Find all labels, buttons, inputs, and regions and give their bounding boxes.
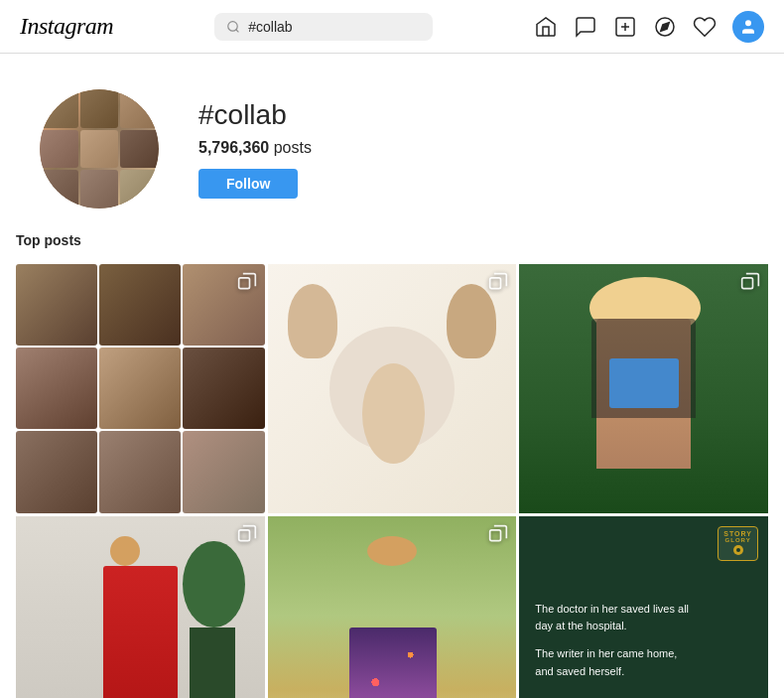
search-icon (226, 19, 240, 35)
multi-image-icon (237, 524, 257, 548)
posts-count: 5,796,360 posts (198, 139, 312, 157)
profile-handle: #collab (198, 99, 312, 131)
svg-rect-11 (238, 530, 249, 541)
search-input[interactable] (248, 19, 421, 35)
svg-rect-12 (490, 530, 501, 541)
post-item[interactable] (268, 264, 517, 513)
instagram-logo: Instagram (20, 13, 113, 40)
glory-label: GLORY (723, 537, 752, 543)
heart-icon[interactable] (693, 15, 717, 39)
svg-line-1 (236, 29, 239, 32)
posts-label: posts (274, 139, 312, 156)
messenger-icon[interactable] (574, 15, 597, 39)
post-item[interactable]: STORY GLORY The doctor in her saved live… (519, 516, 768, 698)
new-post-icon[interactable] (613, 15, 637, 39)
home-icon[interactable] (534, 15, 558, 39)
multi-image-icon (740, 272, 760, 296)
svg-rect-8 (238, 278, 249, 289)
hashtag-avatar (40, 89, 159, 209)
quote-part2: The writer in her came home, and saved h… (535, 645, 698, 680)
multi-image-icon (237, 272, 257, 296)
svg-point-0 (228, 21, 237, 30)
search-bar[interactable] (214, 13, 433, 41)
user-avatar-icon[interactable] (732, 11, 764, 43)
svg-rect-10 (742, 278, 753, 289)
quote-part1: The doctor in her saved lives all day at… (535, 601, 698, 635)
post-item[interactable] (268, 516, 517, 698)
svg-marker-6 (661, 22, 669, 30)
post-item[interactable] (519, 264, 768, 513)
post-item[interactable] (16, 264, 265, 513)
navigation: Instagram (0, 0, 784, 54)
explore-icon[interactable] (653, 15, 677, 39)
profile-info: #collab 5,796,360 posts Follow (198, 99, 312, 199)
posts-grid: STORY GLORY The doctor in her saved live… (0, 264, 784, 698)
multi-image-icon (488, 524, 508, 548)
profile-section: #collab 5,796,360 posts Follow (0, 54, 784, 232)
multi-image-icon (488, 272, 508, 296)
follow-button[interactable]: Follow (198, 169, 298, 199)
svg-point-7 (745, 20, 751, 26)
svg-rect-9 (490, 278, 501, 289)
story-label: STORY (723, 530, 752, 537)
post-item[interactable] (16, 516, 265, 698)
nav-icons-group (534, 11, 764, 43)
posts-number: 5,796,360 (198, 139, 269, 156)
top-posts-label: Top posts (0, 232, 784, 264)
